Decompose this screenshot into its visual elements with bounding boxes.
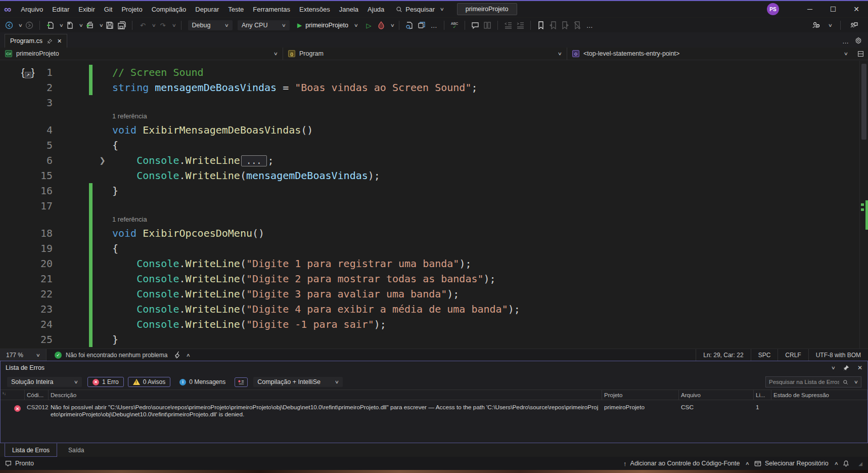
tab-overflow-icon[interactable]: … [842,37,849,45]
add-item-dropdown-icon[interactable]: ∨ [99,23,103,28]
add-item-icon[interactable] [85,20,95,30]
save-all-icon[interactable] [117,20,127,30]
code-line-16[interactable]: 16} [0,183,868,198]
toolbar-overflow-icon[interactable]: … [429,20,439,30]
errors-filter-button[interactable]: ✕ 1 Erro [87,377,124,387]
scope-dropdown[interactable]: Solução Inteira∨ [7,377,82,387]
split-window-icon[interactable] [853,48,868,60]
live-share-icon[interactable] [811,20,821,30]
code-line-23[interactable]: 23 Console.WriteLine("Digite 4 para exib… [0,302,868,317]
show-details-button[interactable] [235,377,248,387]
add-to-source-control-button[interactable]: ↑ Adicionar ao Controle do Código-Fonte … [623,460,749,467]
redo-dropdown-icon[interactable]: ∨ [172,23,176,28]
type-dropdown[interactable]: {} Program ∨ [283,48,567,60]
columns-icon[interactable] [482,20,492,30]
code-line-4[interactable]: 4void ExibirMensagemDeBoasVindas() [0,122,868,138]
undo-dropdown-icon[interactable]: ∨ [152,23,156,28]
undo-icon[interactable]: ↶ [138,20,148,30]
pin-icon[interactable] [843,365,849,371]
find-in-files-icon[interactable] [404,20,415,30]
warnings-filter-button[interactable]: 0 Avisos [128,377,170,387]
bookmarks-overflow-icon[interactable]: … [584,20,595,30]
code-line-17[interactable]: 17 [0,198,868,213]
caret-position[interactable]: Ln: 29, Car: 22 [696,349,750,361]
pin-icon[interactable] [47,38,53,44]
prev-bookmark-icon[interactable] [548,20,558,30]
platform-dropdown[interactable]: Any CPU∨ [238,20,290,30]
minimize-button[interactable]: ─ [798,1,821,17]
menu-item-arquivo[interactable]: Arquivo [16,6,48,13]
menu-item-teste[interactable]: Teste [223,6,248,13]
notifications-bell-icon[interactable] [843,460,849,467]
column-header[interactable]: Projeto [602,390,679,400]
encoding[interactable]: UTF-8 with BOM [808,349,868,361]
vertical-scrollbar[interactable] [859,61,868,349]
start-without-debug-icon[interactable]: ▷ [364,20,374,30]
search-dropdown-icon[interactable]: ∨ [854,379,858,384]
maximize-button[interactable]: ☐ [821,1,845,17]
column-header[interactable]: Arquivo [679,390,754,400]
solution-name-badge[interactable]: primeiroProjeto [457,3,517,15]
comment-icon[interactable] [470,20,480,30]
code-line-20[interactable]: 20 Console.WriteLine("Digite 1 para regi… [0,256,868,271]
resize-grip[interactable]: ◢ [858,461,863,466]
code-structure-widget[interactable]: {↗} [21,64,36,80]
code-line-6[interactable]: 6❯ Console.WriteLine...; [0,153,868,168]
background-tasks[interactable]: Pronto [5,460,34,467]
close-button[interactable]: ✕ [845,1,868,17]
tab-error-list[interactable]: Lista de Erros [5,443,57,457]
menu-item-extensões[interactable]: Extensões [295,6,335,13]
save-icon[interactable] [105,20,115,30]
bookmark-icon[interactable] [536,20,546,30]
column-header[interactable]: Códi... [25,390,49,400]
open-file-icon[interactable] [65,20,75,30]
error-list-search-box[interactable]: Pesquisar na Lista de Erros ∨ [765,376,861,388]
code-line-18[interactable]: 18void ExibirOpcoesDoMenu() [0,226,868,241]
menu-item-git[interactable]: Git [100,6,117,13]
menu-item-janela[interactable]: Janela [335,6,363,13]
clear-bookmarks-icon[interactable] [572,20,582,30]
indentation-mode[interactable]: SPC [751,349,778,361]
send-feedback-icon[interactable] [849,20,859,30]
account-avatar[interactable]: PS [767,3,779,15]
column-header[interactable]: Li... [754,390,771,400]
hot-reload-icon[interactable] [376,20,386,30]
code-line-3[interactable]: 3 [0,95,868,110]
new-file-dropdown-icon[interactable]: ∨ [59,23,63,28]
tab-close-icon[interactable]: ✕ [57,38,62,45]
live-share-dropdown-icon[interactable]: ∨ [828,23,833,28]
next-bookmark-icon[interactable] [560,20,570,30]
redo-icon[interactable]: ↷ [158,20,168,30]
start-debug-button[interactable]: ▶ primeiroProjeto ∨ [293,20,362,30]
menu-item-exibir[interactable]: Exibir [74,6,100,13]
window-position-icon[interactable]: ∨ [831,365,836,370]
tab-program-cs[interactable]: Program.cs ✕ [5,34,67,48]
code-line-5[interactable]: 5{ [0,138,868,153]
window-layout-icon[interactable] [417,20,427,30]
menu-item-editar[interactable]: Editar [48,6,74,13]
configuration-dropdown[interactable]: Debug∨ [188,20,233,30]
code-line-24[interactable]: 24 Console.WriteLine("Digite -1 para sai… [0,317,868,332]
member-dropdown[interactable]: ◇ <top-level-statements-entry-point> ∨ [567,48,853,60]
search-control[interactable]: Pesquisar ∨ [396,6,443,13]
line-ending[interactable]: CRLF [778,349,808,361]
column-header[interactable]: Descrição [49,390,602,400]
code-lines[interactable]: 1// Screen Sound2string mensagemDeBoasVi… [0,61,868,347]
new-file-icon[interactable] [45,20,55,30]
code-cleanup-broom-icon[interactable] [172,350,182,360]
code-line-15[interactable]: 15 Console.WriteLine(mensagemDeBoasVinda… [0,168,868,183]
scrollbar-thumb[interactable] [861,64,866,140]
increase-indent-icon[interactable] [515,20,525,30]
menu-item-depurar[interactable]: Depurar [191,6,223,13]
severity-column-header[interactable]: ¹↓ [1,390,25,400]
codelens-row[interactable]: 1 referência [0,213,868,226]
error-row[interactable]: ✕ CS2012 Não foi possível abrir "C:\User… [1,400,867,419]
spell-check-icon[interactable]: ABC ✓ [449,20,460,30]
code-cleanup-dropdown-icon[interactable]: ∧ [186,353,191,358]
code-line-21[interactable]: 21 Console.WriteLine("Digite 2 para most… [0,271,868,286]
select-repository-button[interactable]: Selecionar Repositório ∧ [754,460,838,467]
code-line-19[interactable]: 19{ [0,241,868,256]
decrease-indent-icon[interactable] [503,20,513,30]
code-line-2[interactable]: 2string mensagemDeBoasVindas = "Boas vin… [0,80,868,95]
menu-item-projeto[interactable]: Projeto [117,6,147,13]
